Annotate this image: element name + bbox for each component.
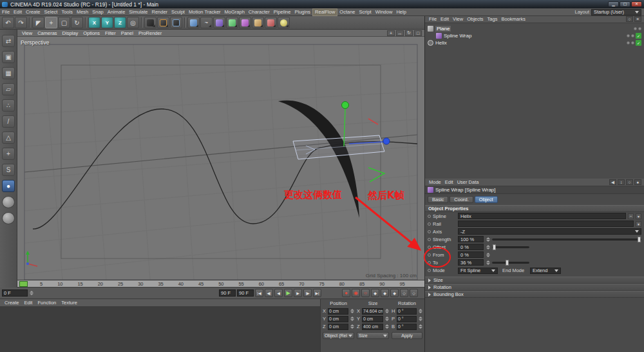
search-icon[interactable]: ○ [626, 16, 633, 22]
vp-menu-display[interactable]: Display [61, 30, 80, 36]
object-row-plane[interactable]: Plane [425, 25, 644, 32]
anim-dot-icon[interactable] [428, 261, 431, 264]
pen-spline-icon[interactable]: ~ [200, 17, 213, 28]
record-pla-icon[interactable]: ◇ [410, 289, 418, 297]
enabled-check-icon[interactable]: ✓ [636, 33, 641, 39]
subdivision-surface-icon[interactable] [213, 17, 225, 28]
y-axis-handle-ball[interactable] [342, 102, 349, 109]
spinner[interactable] [350, 324, 354, 329]
spinner[interactable] [385, 324, 389, 329]
am-menu-user-data[interactable]: User Data [456, 179, 480, 185]
viewport-canvas[interactable]: Perspective Grid Spacing : 100 cm [17, 37, 424, 280]
coordinate-system-icon[interactable]: ◎ [127, 17, 139, 28]
from-field[interactable]: 0 % [458, 251, 484, 258]
spinner[interactable] [30, 291, 33, 295]
position-x-field[interactable]: 0 cm [328, 308, 348, 315]
menu-create[interactable]: Create [24, 8, 43, 16]
menu-animate[interactable]: Animate [106, 8, 128, 16]
visibility-dot-icon[interactable] [631, 41, 634, 44]
anim-dot-icon[interactable] [428, 253, 431, 257]
dropdown-arrow-icon[interactable]: ▾ [636, 221, 641, 227]
spinner[interactable] [419, 324, 422, 329]
anim-dot-icon[interactable] [428, 230, 431, 233]
om-menu-bookmarks[interactable]: Bookmarks [500, 16, 527, 22]
anim-dot-icon[interactable] [428, 215, 431, 218]
make-editable-icon[interactable]: ⇄ [2, 35, 15, 47]
maximize-button[interactable]: ▢ [620, 1, 630, 7]
spinner[interactable] [419, 309, 422, 313]
light-icon[interactable] [278, 17, 290, 28]
object-row-spline-wrap[interactable]: Spline Wrap ✓ [425, 32, 644, 39]
om-menu-edit[interactable]: Edit [439, 16, 450, 22]
record-rotation-icon[interactable]: ◆ [390, 289, 399, 297]
viewport-sphere-icon[interactable] [2, 196, 15, 208]
menu-plugins[interactable]: Plugins [292, 8, 312, 16]
position-y-field[interactable]: 0 cm [328, 316, 348, 322]
size-x-field[interactable]: 74.604 cm [362, 308, 383, 315]
zoom-view-icon[interactable]: ↔ [396, 30, 404, 36]
menu-script[interactable]: Script [357, 8, 374, 16]
rotation-b-field[interactable]: 0 ° [397, 324, 417, 330]
autokey-icon[interactable]: ◉ [352, 289, 360, 297]
record-position-icon[interactable]: ◆ [371, 289, 379, 297]
range-end-field[interactable]: 90 F [219, 289, 236, 297]
dropdown-arrow-icon[interactable]: ▾ [636, 213, 641, 219]
menu-tools[interactable]: Tools [59, 8, 75, 16]
spinner[interactable] [486, 245, 490, 249]
anim-dot-icon[interactable] [428, 269, 431, 272]
menu-select[interactable]: Select [43, 8, 60, 16]
spline-link-icon[interactable]: ~ [628, 213, 634, 219]
spline-field[interactable]: Helix [458, 213, 626, 219]
history-icon[interactable]: ↕ [618, 179, 625, 185]
search-icon[interactable]: ○ [626, 179, 633, 185]
camera-icon[interactable] [265, 17, 277, 28]
to-slider[interactable] [492, 262, 529, 264]
object-row-helix[interactable]: Helix ✓ [425, 39, 644, 46]
anim-dot-icon[interactable] [428, 222, 431, 226]
rotate-tool-icon[interactable]: ↻ [71, 17, 83, 28]
anim-dot-icon[interactable] [428, 238, 431, 241]
move-tool-icon[interactable]: + [45, 17, 57, 28]
prev-key-icon[interactable]: ◀| [265, 289, 273, 297]
menu-character[interactable]: Character [247, 8, 272, 16]
goto-end-icon[interactable]: ▶| [313, 289, 321, 297]
redo-icon[interactable]: ↷ [15, 17, 27, 28]
vp-menu-panel[interactable]: Panel [119, 30, 135, 36]
object-name[interactable]: Helix [435, 40, 447, 46]
deformer-icon[interactable] [239, 17, 251, 28]
maximize-view-icon[interactable]: □ [414, 30, 422, 36]
visibility-dot-icon[interactable] [627, 41, 630, 44]
object-mode-dropdown[interactable]: Object (Rel [323, 332, 354, 339]
spinner[interactable] [486, 260, 490, 265]
am-menu-edit[interactable]: Edit [444, 179, 455, 185]
vp-menu-view[interactable]: View [20, 30, 34, 36]
menu-mesh[interactable]: Mesh [75, 8, 90, 16]
timeline-ruler[interactable]: 0 5 10 15 20 25 30 35 40 45 50 55 60 65 … [17, 280, 424, 288]
visibility-dot-icon[interactable] [627, 34, 630, 37]
anim-dot-icon[interactable] [428, 246, 431, 249]
record-parameter-icon[interactable]: ◇ [400, 289, 408, 297]
rotation-h-field[interactable]: 0 ° [397, 308, 417, 315]
spinner[interactable] [486, 237, 490, 242]
menu-simulate[interactable]: Simulate [127, 8, 149, 16]
spinner[interactable] [350, 309, 354, 313]
polygons-mode-icon[interactable]: △ [2, 132, 15, 144]
visibility-dot-icon[interactable] [638, 27, 641, 30]
current-frame-field[interactable]: 0 F [2, 289, 28, 297]
spinner[interactable] [486, 253, 490, 257]
menu-octane[interactable]: Octane [337, 8, 357, 16]
om-menu-objects[interactable]: Objects [466, 16, 484, 22]
menu-sculpt[interactable]: Sculpt [169, 8, 187, 16]
menu-realflow[interactable]: RealFlow [312, 8, 337, 16]
menu-render[interactable]: Render [150, 8, 170, 16]
tab-coord[interactable]: Coord. [450, 196, 473, 203]
menu-mograph[interactable]: MoGraph [223, 8, 247, 16]
section-rotation[interactable]: Rotation [425, 284, 644, 291]
play-icon[interactable]: ▶ [284, 289, 292, 297]
menu-help[interactable]: Help [394, 8, 408, 16]
position-z-field[interactable]: 0 cm [328, 324, 348, 330]
prev-frame-icon[interactable]: ◀ [274, 289, 283, 297]
array-generator-icon[interactable] [226, 17, 238, 28]
offset-field[interactable]: 0 % [458, 244, 484, 250]
back-arrow-icon[interactable]: ◀ [609, 179, 616, 185]
